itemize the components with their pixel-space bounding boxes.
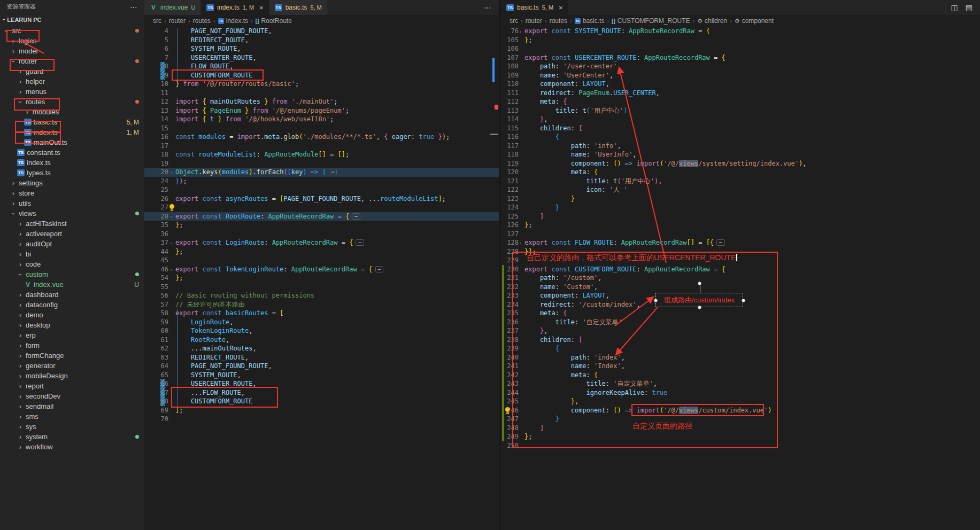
code-line-123: 123 } <box>501 194 980 204</box>
folded-code-ellipsis[interactable]: ⋯ <box>356 239 364 246</box>
tree-item-auditopt[interactable]: ›auditOpt <box>0 239 144 249</box>
folded-code-ellipsis[interactable]: ⋯ <box>716 239 724 246</box>
tree-item-form[interactable]: ›form <box>0 340 144 350</box>
tree-item-erp[interactable]: ›erp <box>0 330 144 340</box>
explorer-more-actions-icon[interactable]: ⋯ <box>130 3 138 11</box>
editor-layout-icon[interactable]: ▤ <box>966 3 973 12</box>
tree-item-sendmail[interactable]: ›sendmail <box>0 401 144 411</box>
chevron-right-icon: › <box>10 180 17 187</box>
tree-item-custom[interactable]: ›custom <box>0 269 144 279</box>
lightbulb-icon[interactable] <box>169 204 175 211</box>
tree-item-system[interactable]: ›system <box>0 432 144 442</box>
tree-item-code[interactable]: ›code <box>0 259 144 269</box>
line-number: 228 <box>501 247 519 256</box>
tree-item-index-ts[interactable]: TSindex.ts1, M <box>0 127 144 137</box>
tree-item-modules[interactable]: ›modules <box>0 107 144 117</box>
breadcrumb-item-router[interactable]: router <box>526 17 542 25</box>
line-number: 35 <box>144 221 168 230</box>
breadcrumb-item-children[interactable]: ⚙children <box>697 17 727 25</box>
tree-item-desktop[interactable]: ›desktop <box>0 320 144 330</box>
breadcrumb-item-rootroute[interactable]: []RootRoute <box>256 17 292 25</box>
chevron-right-icon: › <box>17 311 24 319</box>
tree-item-bi[interactable]: ›bi <box>0 249 144 259</box>
line-number: 235 <box>501 309 519 318</box>
tree-item-demo[interactable]: ›demo <box>0 310 144 320</box>
breadcrumb-item-routes[interactable]: routes <box>193 17 211 25</box>
breadcrumb-item-customform-route[interactable]: []CUSTOMFORM_ROUTE <box>612 17 690 25</box>
breadcrumb-label: index.ts <box>226 17 248 25</box>
line-number: 14 <box>144 115 168 124</box>
tab-basic-ts[interactable]: TSbasic.ts5, M× <box>501 0 569 15</box>
tree-item-guard[interactable]: ›guard <box>0 66 144 76</box>
chevron-right-icon: › <box>10 48 17 55</box>
tree-item-generator[interactable]: ›generator <box>0 361 144 371</box>
breadcrumb-item-src[interactable]: src <box>153 17 161 25</box>
tree-item-label: custom <box>26 270 48 278</box>
line-number: 107 <box>501 53 519 63</box>
tree-item-constant-ts[interactable]: TSconstant.ts <box>0 147 144 158</box>
fold-chevron-icon[interactable]: › <box>519 27 522 36</box>
breadcrumb-item-index-ts[interactable]: TSindex.ts <box>218 17 248 25</box>
folded-code-ellipsis[interactable]: ⋯ <box>329 169 337 175</box>
tree-item-model[interactable]: ›model <box>0 46 144 56</box>
line-number: 118 <box>501 150 519 159</box>
chevron-right-icon: › <box>17 443 24 451</box>
tree-item-basic-ts[interactable]: TSbasic.ts5, M <box>0 117 144 127</box>
fold-chevron-icon[interactable]: › <box>170 213 173 222</box>
close-icon[interactable]: × <box>259 4 264 12</box>
tree-item-seconddev[interactable]: ›secondDev <box>0 391 144 401</box>
breadcrumb-item-src[interactable]: src <box>510 17 518 25</box>
folded-code-ellipsis[interactable]: ⋯ <box>375 266 383 272</box>
breadcrumb-item-component[interactable]: ⚙component <box>735 17 774 25</box>
line-number: 27 <box>144 203 168 212</box>
editor-more-actions[interactable]: ⋯ <box>484 3 491 12</box>
tab-index-vue[interactable]: Vindex.vueU <box>144 0 201 15</box>
close-icon[interactable]: × <box>559 4 563 12</box>
tree-item-mobiledesign[interactable]: ›mobileDesign <box>0 371 144 381</box>
tree-item-routes[interactable]: ›routes <box>0 97 144 107</box>
tab-basic-ts[interactable]: TSbasic.ts5, M <box>269 0 328 15</box>
code-line-62: 62 ...mainOutRoutes, <box>144 344 499 353</box>
tree-item-dashboard[interactable]: ›dashboard <box>0 290 144 300</box>
tabbar-middle: Vindex.vueUTSindex.ts1, M×TSbasic.ts5, M… <box>144 0 499 15</box>
modified-dot-indicator <box>135 435 139 439</box>
tree-item-sms[interactable]: ›sms <box>0 411 144 422</box>
fold-chevron-icon[interactable]: › <box>170 266 173 275</box>
folded-code-ellipsis[interactable]: ⋯ <box>352 213 360 220</box>
tree-item-logics[interactable]: ›logics <box>0 36 144 46</box>
tree-item-store[interactable]: ›store <box>0 188 144 198</box>
split-editor-icon[interactable]: ◫ <box>951 3 958 12</box>
fold-chevron-icon[interactable]: › <box>170 168 173 177</box>
project-section-header[interactable]: › LEARUN PC <box>0 13 144 26</box>
symbol-property-icon: ⚙ <box>735 18 740 25</box>
line-number: 16 <box>144 132 168 142</box>
tree-item-dataconfig[interactable]: ›dataconfig <box>0 300 144 310</box>
tree-item-helper[interactable]: ›helper <box>0 76 144 87</box>
tree-item-report[interactable]: ›report <box>0 381 144 391</box>
tree-item-index-ts[interactable]: TSindex.ts <box>0 158 144 168</box>
tree-item-index-vue[interactable]: Vindex.vueU <box>0 279 144 290</box>
tree-item-views[interactable]: ›views <box>0 208 144 219</box>
tree-item-formchange[interactable]: ›formChange <box>0 350 144 361</box>
tree-item-router[interactable]: ›router <box>0 56 144 66</box>
fold-chevron-icon[interactable]: › <box>170 239 173 248</box>
breadcrumb-item-router[interactable]: router <box>169 17 186 25</box>
tree-item-label: basic.ts <box>34 118 57 126</box>
breadcrumb-item-routes[interactable]: routes <box>550 17 567 25</box>
code-editor-index-ts[interactable]: 4 PAGE_NOT_FOUND_ROUTE,5 REDIRECT_ROUTE,… <box>144 27 499 530</box>
breadcrumb-item-basic-ts[interactable]: TSbasic.ts <box>575 17 605 25</box>
tree-item-workflow[interactable]: ›workflow <box>0 442 144 452</box>
tree-item-src[interactable]: ›src <box>0 26 144 36</box>
fold-chevron-icon[interactable]: › <box>519 239 522 248</box>
tree-item-acthitaskinst[interactable]: ›actHiTaskinst <box>0 219 144 229</box>
tree-item-activereport[interactable]: ›activereport <box>0 229 144 239</box>
tree-item-menus[interactable]: ›menus <box>0 87 144 97</box>
code-editor-basic-ts[interactable]: 76›export const SYSTEM_ROUTE: AppRouteRe… <box>501 27 980 530</box>
tree-item-settings[interactable]: ›settings <box>0 178 144 188</box>
tree-item-mainout-ts[interactable]: TSmainOut.ts <box>0 137 144 147</box>
tree-item-types-ts[interactable]: TStypes.ts <box>0 168 144 178</box>
tree-item-sys[interactable]: ›sys <box>0 422 144 432</box>
tab-index-ts[interactable]: TSindex.ts1, M× <box>201 0 269 15</box>
tree-item-utils[interactable]: ›utils <box>0 198 144 208</box>
code-line-11: 11 <box>144 89 499 98</box>
